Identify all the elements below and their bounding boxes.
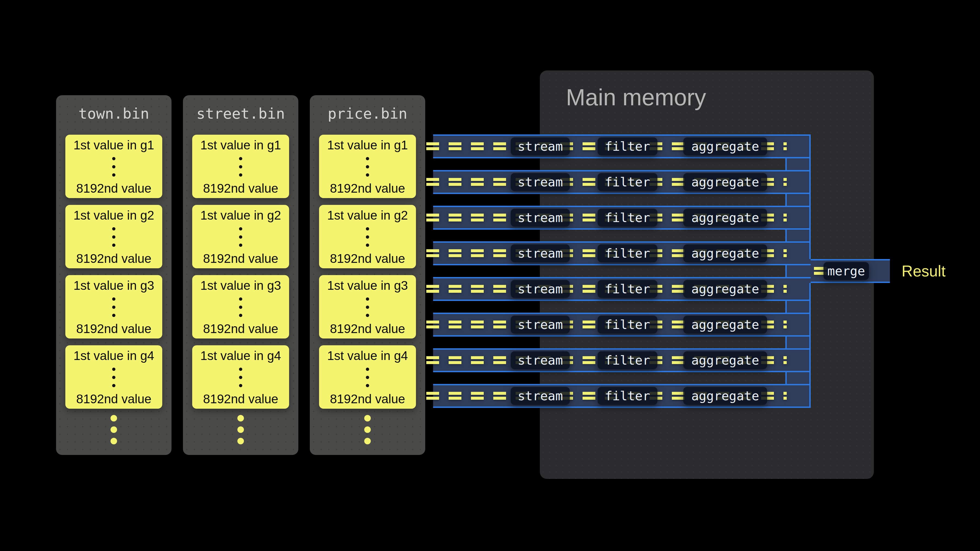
- value-group: 1st value in g3 8192nd value: [192, 275, 289, 338]
- group-last-value: 8192nd value: [76, 322, 151, 336]
- stream-operator: stream: [511, 173, 570, 191]
- group-last-value: 8192nd value: [330, 251, 405, 265]
- file-card-town: town.bin 1st value in g1 8192nd value 1s…: [56, 95, 172, 455]
- stream-operator: stream: [511, 351, 570, 369]
- filter-operator: filter: [598, 351, 657, 369]
- group-first-value: 1st value in g1: [200, 138, 281, 152]
- row-gap-edge: [785, 337, 787, 348]
- stream-operator: stream: [511, 245, 570, 262]
- group-last-value: 8192nd value: [203, 251, 278, 265]
- stream-operator: stream: [511, 280, 570, 298]
- ellipsis-icon: [239, 227, 242, 247]
- group-last-value: 8192nd value: [203, 392, 278, 406]
- group-last-value: 8192nd value: [76, 392, 151, 406]
- row-gap-edge: [785, 158, 787, 170]
- stream-operator: stream: [511, 209, 570, 227]
- group-last-value: 8192nd value: [330, 322, 405, 336]
- ellipsis-icon: [366, 297, 369, 317]
- row-gap-edge: [785, 265, 787, 277]
- result-label: Result: [902, 259, 946, 283]
- more-groups-ellipsis-icon: [56, 415, 172, 445]
- pipeline-row: stream filter aggregate: [433, 206, 811, 230]
- file-name: street.bin: [183, 105, 298, 122]
- value-group: 1st value in g4 8192nd value: [65, 345, 162, 409]
- ellipsis-icon: [239, 368, 242, 387]
- diagram-canvas: Main memory town.bin 1st value in g1 819…: [0, 0, 980, 551]
- pipeline-row: stream filter aggregate: [433, 384, 811, 408]
- group-first-value: 1st value in g4: [200, 349, 281, 363]
- group-first-value: 1st value in g2: [327, 208, 408, 222]
- ellipsis-icon: [239, 157, 242, 176]
- aggregate-operator: aggregate: [683, 245, 767, 262]
- merge-operator: merge: [824, 262, 869, 280]
- pipeline-row: stream filter aggregate: [433, 348, 811, 372]
- pipeline-row: stream filter aggregate: [433, 313, 811, 337]
- aggregate-operator: aggregate: [683, 387, 767, 405]
- ellipsis-icon: [366, 157, 369, 176]
- stream-operator: stream: [511, 387, 570, 405]
- main-memory-title: Main memory: [566, 84, 706, 111]
- bus-right-border: [809, 134, 811, 259]
- group-first-value: 1st value in g3: [73, 278, 154, 292]
- aggregate-operator: aggregate: [683, 173, 767, 191]
- filter-operator: filter: [598, 173, 657, 191]
- pipeline-row: stream filter aggregate: [433, 134, 811, 158]
- filter-operator: filter: [598, 209, 657, 227]
- value-group: 1st value in g4 8192nd value: [192, 345, 289, 409]
- value-group: 1st value in g3 8192nd value: [65, 275, 162, 338]
- ellipsis-icon: [239, 297, 242, 317]
- group-last-value: 8192nd value: [203, 322, 278, 336]
- value-group: 1st value in g2 8192nd value: [192, 205, 289, 268]
- more-groups-ellipsis-icon: [183, 415, 298, 445]
- group-last-value: 8192nd value: [203, 181, 278, 195]
- pipeline-row: stream filter aggregate: [433, 277, 811, 301]
- ellipsis-icon: [366, 368, 369, 387]
- filter-operator: filter: [598, 387, 657, 405]
- value-group: 1st value in g2 8192nd value: [319, 205, 416, 268]
- group-first-value: 1st value in g2: [200, 208, 281, 222]
- value-group: 1st value in g4 8192nd value: [319, 345, 416, 409]
- group-first-value: 1st value in g2: [73, 208, 154, 222]
- value-group: 1st value in g1 8192nd value: [319, 135, 416, 198]
- more-groups-ellipsis-icon: [310, 415, 425, 445]
- pipeline-row: stream filter aggregate: [433, 170, 811, 194]
- group-first-value: 1st value in g4: [327, 349, 408, 363]
- ellipsis-icon: [112, 157, 115, 176]
- group-first-value: 1st value in g1: [73, 138, 154, 152]
- pipeline-row: stream filter aggregate: [433, 241, 811, 265]
- ellipsis-icon: [112, 227, 115, 247]
- row-gap-edge: [785, 194, 787, 206]
- aggregate-operator: aggregate: [683, 316, 767, 333]
- file-name: town.bin: [56, 105, 172, 122]
- value-group: 1st value in g3 8192nd value: [319, 275, 416, 338]
- group-first-value: 1st value in g4: [73, 349, 154, 363]
- row-gap-edge: [785, 301, 787, 313]
- file-card-price: price.bin 1st value in g1 8192nd value 1…: [310, 95, 425, 455]
- group-last-value: 8192nd value: [76, 251, 151, 265]
- group-first-value: 1st value in g3: [200, 278, 281, 292]
- ellipsis-icon: [366, 227, 369, 247]
- filter-operator: filter: [598, 137, 657, 156]
- group-last-value: 8192nd value: [76, 181, 151, 195]
- file-name: price.bin: [310, 105, 425, 122]
- aggregate-operator: aggregate: [683, 137, 767, 156]
- bus-right-border: [809, 283, 811, 408]
- stream-operator: stream: [511, 137, 570, 156]
- group-first-value: 1st value in g1: [327, 138, 408, 152]
- aggregate-operator: aggregate: [683, 351, 767, 369]
- group-first-value: 1st value in g3: [327, 278, 408, 292]
- aggregate-operator: aggregate: [683, 280, 767, 298]
- file-card-street: street.bin 1st value in g1 8192nd value …: [183, 95, 298, 455]
- aggregate-operator: aggregate: [683, 209, 767, 227]
- ellipsis-icon: [112, 297, 115, 317]
- value-group: 1st value in g1 8192nd value: [192, 135, 289, 198]
- ellipsis-icon: [112, 368, 115, 387]
- stream-operator: stream: [511, 316, 570, 333]
- filter-operator: filter: [598, 316, 657, 333]
- group-last-value: 8192nd value: [330, 181, 405, 195]
- group-last-value: 8192nd value: [330, 392, 405, 406]
- filter-operator: filter: [598, 280, 657, 298]
- row-gap-edge: [785, 372, 787, 384]
- filter-operator: filter: [598, 245, 657, 262]
- row-gap-edge: [785, 230, 787, 241]
